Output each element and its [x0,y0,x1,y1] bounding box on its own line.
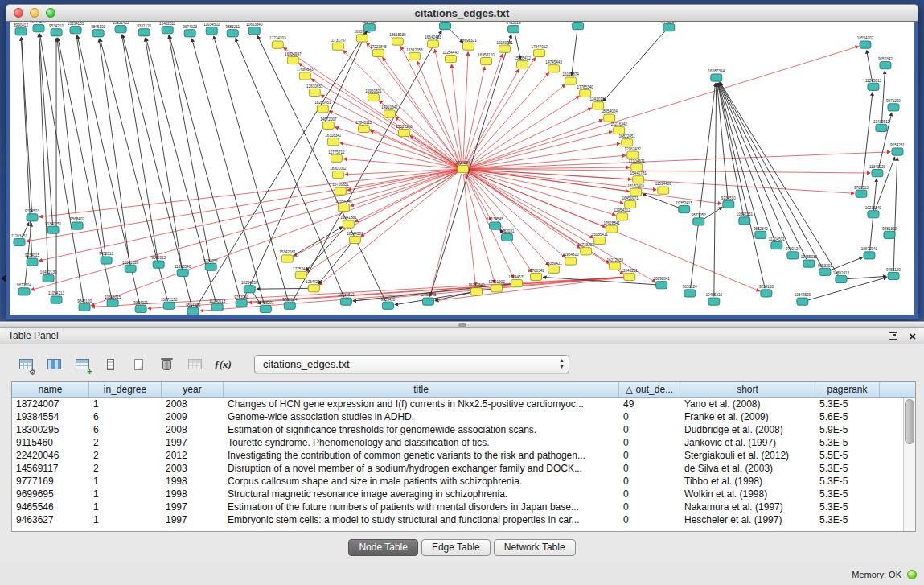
splitter-handle[interactable] [458,323,466,327]
graph-node[interactable]: 16450971 [622,196,639,208]
graph-node[interactable]: 10663340 [246,23,263,35]
graph-node[interactable]: 17840112 [355,121,372,133]
graph-node[interactable]: 18544203 [347,232,363,244]
graph-node[interactable]: 11120342 [570,22,586,30]
graph-node[interactable]: 16958120 [478,53,495,65]
graph-edge[interactable] [469,169,870,173]
graph-node[interactable]: 10234151 [68,22,84,34]
graph-node[interactable]: 9672304 [17,283,31,295]
graph-node[interactable]: 11092345 [420,293,436,305]
graph-node[interactable]: 15312053 [406,48,423,60]
graph-node[interactable]: 11203540 [175,265,191,277]
graph-node[interactable]: 17628841 [603,220,620,233]
table-row[interactable]: 1456911722003Disruption of a novel membe… [12,462,915,475]
table-cell[interactable]: 6 [89,424,162,435]
table-row[interactable]: 2242004622012Investigating the contribut… [12,449,915,462]
graph-edge[interactable] [401,47,461,165]
graph-node[interactable]: 9534210 [49,24,64,36]
table-cell[interactable]: 0 [619,437,680,448]
graph-node[interactable]: 11340220 [869,165,885,177]
graph-node[interactable]: 10455201 [257,301,274,313]
graph-node[interactable]: 9554231 [890,143,905,155]
table-cell[interactable]: 0 [619,476,680,487]
table-cell[interactable]: Stergiakouli et al. (2012) [680,450,815,461]
dropdown-stepper-icon[interactable]: ▲▼ [559,357,565,370]
show-rows-icon[interactable] [101,356,120,373]
graph-node[interactable]: 18698321 [460,38,477,50]
column-header-short[interactable]: short [680,382,815,397]
show-columns-icon[interactable] [44,356,64,373]
graph-node[interactable]: 9554302 [186,303,200,315]
graph-node[interactable]: 15216342 [610,122,627,134]
table-cell[interactable]: 6 [89,411,162,422]
graph-edge[interactable] [284,48,458,167]
graph-edge[interactable] [306,228,345,271]
graph-edge[interactable] [704,208,722,220]
table-cell[interactable]: 9115460 [12,437,89,448]
graph-node[interactable]: 9332120 [137,24,151,36]
graph-node[interactable]: 9234150 [759,285,774,297]
column-header-name[interactable]: name [12,382,89,397]
table-row[interactable]: 969969511998Structural magnetic resonanc… [12,488,915,501]
table-cell[interactable]: 14569117 [12,463,89,474]
table-selector-dropdown[interactable]: citations_edges.txt ▲▼ [254,355,569,373]
table-row[interactable]: 946554611997Estimation of the future num… [12,501,915,513]
graph-node[interactable]: 9653124 [683,285,697,297]
column-header-out-de[interactable]: △ out_de... [619,382,680,397]
graph-node[interactable]: 11514409 [655,182,671,194]
column-header-pagerank[interactable]: pagerank [815,382,880,397]
graph-edge[interactable] [21,37,31,257]
graph-edge[interactable] [467,84,565,166]
graph-node[interactable]: 18668039 [389,33,406,45]
graph-node[interactable]: 18339421 [545,262,562,274]
table-cell[interactable]: Genome-wide association studies in ADHD. [224,411,619,422]
graph-node[interactable]: 10432511 [873,120,889,132]
graph-node[interactable]: 10742215 [437,22,454,30]
zoom-window-button[interactable] [46,8,55,18]
graph-node[interactable]: 18152403 [627,183,644,196]
graph-edge[interactable] [294,171,458,257]
graph-node[interactable]: 15342561 [279,250,296,262]
table-row[interactable]: 946362711997Embryonic stem cells: a mode… [12,513,915,526]
graph-node[interactable]: 16162874 [562,72,579,84]
graph-node[interactable]: 10340251 [45,222,62,234]
graph-node[interactable]: 9214530 [362,22,376,31]
tab-edge-table[interactable]: Edge Table [421,539,491,556]
graph-node[interactable]: 9653201 [818,264,832,276]
graph-node[interactable]: 17752442 [293,267,310,279]
function-builder-icon[interactable]: ƒ(x) [213,356,232,373]
table-cell[interactable]: de Silva et al. (2003) [680,463,815,474]
table-cell[interactable]: 0 [619,424,680,435]
graph-node[interactable]: 10342251 [737,212,754,225]
scrollbar-thumb[interactable] [905,399,914,444]
graph-node[interactable]: 1724084 [456,161,470,173]
graph-node[interactable]: 10663215 [105,295,121,307]
table-cell[interactable]: 0 [619,463,680,474]
graph-edge[interactable] [343,159,457,168]
graph-node[interactable]: 10352415 [676,201,693,213]
graph-edge[interactable] [257,288,308,289]
graph-node[interactable]: 10455310 [706,293,723,305]
graph-edge[interactable] [830,257,862,270]
graph-node[interactable]: 17785340 [577,85,593,97]
graph-edge[interactable] [714,84,717,297]
graph-node[interactable]: 12045231 [621,269,638,281]
graph-node[interactable]: 15442781 [630,171,647,183]
table-cell[interactable]: Franke et al. (2009) [680,411,815,422]
table-cell[interactable]: 5.9E-5 [815,424,880,435]
table-cell[interactable]: 1 [89,398,162,410]
graph-edge[interactable] [292,227,342,257]
graph-node[interactable]: 9452013 [507,22,521,33]
graph-node[interactable]: 18054024 [601,109,618,122]
table-cell[interactable]: 9699695 [12,488,89,500]
close-window-button[interactable] [14,8,23,18]
graph-edge[interactable] [343,51,459,166]
graph-edge[interactable] [410,136,458,167]
table-cell[interactable]: 9777169 [12,476,89,487]
graph-edge[interactable] [515,34,520,59]
table-cell[interactable]: 5.3E-5 [815,501,880,513]
graph-node[interactable]: 9124503 [25,209,39,221]
panel-splitter[interactable] [0,321,924,328]
graph-edge[interactable] [99,39,129,263]
table-cell[interactable]: 0 [619,450,680,461]
